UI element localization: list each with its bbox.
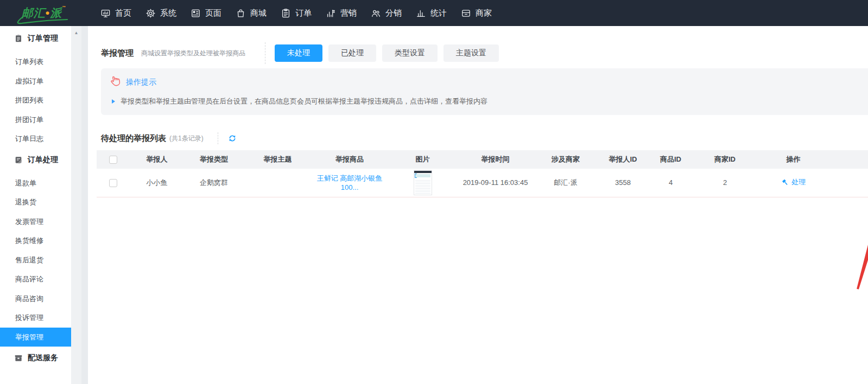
- nav-item-system[interactable]: 系统: [145, 8, 176, 18]
- tab-processed[interactable]: 已处理: [328, 44, 376, 62]
- sidebar-item-virtual-orders[interactable]: 虚拟订单: [0, 72, 71, 91]
- app-logo-text: 邮汇•派™: [22, 5, 66, 21]
- col-reporter-id: 举报人ID: [599, 150, 647, 169]
- nav-label: 订单: [295, 8, 312, 18]
- sidebar-item-aftersale-returns[interactable]: 售后退货: [0, 251, 71, 270]
- merchant-box-icon: [461, 8, 471, 18]
- sidebar-scrollbar[interactable]: ▲: [71, 26, 81, 384]
- row-select-checkbox[interactable]: [109, 179, 117, 187]
- nav-label: 首页: [115, 8, 131, 18]
- top-navigation-bar: 邮汇•派™ 首页 系统 页面 商城 订单 营销 分销: [0, 0, 868, 26]
- page-header: 举报管理 商城设置举报类型及处理被举报商品 未处理 已处理 类型设置 主题设置: [88, 26, 868, 65]
- tip-title-row: 操作提示: [109, 75, 868, 90]
- nav-label: 商家: [476, 8, 492, 18]
- sidebar-section-delivery-service: 配送服务: [0, 348, 71, 368]
- report-image-thumbnail[interactable]: [414, 170, 432, 195]
- col-report-topic: 举报主题: [243, 150, 312, 169]
- sidebar-item-exchange-repair[interactable]: 换货维修: [0, 231, 71, 251]
- bar-chart-icon: [416, 8, 426, 18]
- sidebar-item-product-comments[interactable]: 商品评论: [0, 270, 71, 289]
- main-content: 举报管理 商城设置举报类型及处理被举报商品 未处理 已处理 类型设置 主题设置 …: [88, 26, 868, 384]
- cell-product-id: 4: [647, 169, 694, 197]
- clipboard-icon: [14, 34, 23, 43]
- pointing-hand-icon: [109, 75, 122, 90]
- refresh-icon: [228, 134, 237, 143]
- col-reporter: 举报人: [129, 150, 185, 169]
- main-layout: 订单管理 订单列表 虚拟订单 拼团列表 拼团订单 订单日志 订单处理 退款单 退…: [0, 26, 868, 384]
- bag-icon: [236, 8, 246, 18]
- col-merchant-id: 商家ID: [694, 150, 756, 169]
- thumb-decoration: [414, 171, 432, 173]
- nav-item-mall[interactable]: 商城: [236, 8, 267, 18]
- col-report-time: 举报时间: [458, 150, 533, 169]
- sidebar-section-label: 配送服务: [28, 353, 58, 363]
- col-product-id: 商品ID: [647, 150, 694, 169]
- tab-unprocessed[interactable]: 未处理: [275, 44, 322, 62]
- scrollbar-up-arrow-icon[interactable]: ▲: [71, 30, 81, 35]
- cell-reported-product: 王鲜记 高邮湖小银鱼 100...: [312, 169, 387, 197]
- thumb-decoration: [415, 179, 430, 194]
- thumb-decoration: [415, 174, 430, 177]
- select-all-checkbox[interactable]: [109, 156, 117, 164]
- refresh-button[interactable]: [228, 134, 237, 143]
- sidebar-item-refund-orders[interactable]: 退款单: [0, 174, 71, 193]
- doc-edit-icon: [14, 156, 23, 164]
- nav-item-distribution[interactable]: 分销: [371, 8, 402, 18]
- logo-tm-mark: ™: [62, 5, 66, 9]
- nav-item-home[interactable]: 首页: [100, 8, 131, 18]
- operation-tip-panel: 操作提示 举报类型和举报主题由管理员在后台设置，在商品信息页会员可根据举报主题举…: [101, 68, 868, 115]
- triangle-bullet-icon: [112, 99, 115, 104]
- product-link[interactable]: 王鲜记 高邮湖小银鱼 100...: [317, 174, 383, 191]
- pages-icon: [191, 8, 201, 18]
- cell-report-type: 企鹅窝群: [185, 169, 243, 197]
- sidebar: 订单管理 订单列表 虚拟订单 拼团列表 拼团订单 订单日志 订单处理 退款单 退…: [0, 26, 71, 384]
- nav-item-pages[interactable]: 页面: [191, 8, 221, 18]
- cell-image: [387, 169, 458, 197]
- cell-report-topic: [243, 169, 312, 197]
- list-divider: [218, 132, 218, 144]
- col-image: 图片: [387, 150, 458, 169]
- gear-icon: [145, 8, 156, 18]
- tab-type-settings[interactable]: 类型设置: [382, 44, 438, 62]
- nav-label: 页面: [205, 8, 221, 18]
- nav-label: 商城: [250, 8, 267, 18]
- sidebar-item-order-list[interactable]: 订单列表: [0, 52, 71, 72]
- cell-merchant: 邮汇·派: [533, 169, 599, 197]
- nav-item-merchants[interactable]: 商家: [461, 8, 492, 18]
- nav-label: 营销: [340, 8, 357, 18]
- sidebar-item-report-management[interactable]: 举报管理: [0, 328, 71, 347]
- sidebar-section-order-management: 订单管理: [0, 28, 71, 49]
- nav-item-marketing[interactable]: 营销: [326, 8, 357, 18]
- package-icon: [14, 354, 23, 362]
- sidebar-items-group: 退款单 退换货 发票管理 换货维修 售后退货 商品评论 商品咨询 投诉管理 举报…: [0, 174, 71, 347]
- col-merchant: 涉及商家: [533, 150, 599, 169]
- tab-group: 未处理 已处理 类型设置 主题设置: [275, 44, 499, 62]
- red-annotation-arrow: [847, 189, 868, 295]
- table-row: 小小鱼 企鹅窝群 王鲜记 高邮湖小银鱼 100... 2019-09-11 16…: [97, 169, 868, 197]
- marketing-flag-icon: [326, 8, 336, 18]
- sidebar-item-group-orders[interactable]: 拼团订单: [0, 110, 71, 130]
- nav-item-orders[interactable]: 订单: [281, 8, 312, 18]
- header-divider: [265, 42, 265, 64]
- row-select-cell: [97, 169, 129, 197]
- layout-gap: [81, 26, 88, 384]
- sidebar-item-complaint-management[interactable]: 投诉管理: [0, 308, 71, 328]
- sidebar-section-order-processing: 订单处理: [0, 150, 71, 170]
- tab-topic-settings[interactable]: 主题设置: [443, 44, 499, 62]
- tip-text: 举报类型和举报主题由管理员在后台设置，在商品信息页会员可根据举报主题举报违规商品…: [121, 97, 487, 106]
- page-subtitle: 商城设置举报类型及处理被举报商品: [141, 49, 245, 58]
- nav-item-statistics[interactable]: 统计: [416, 8, 447, 18]
- sidebar-section-label: 订单管理: [28, 34, 58, 43]
- nav-label: 系统: [160, 8, 176, 18]
- process-action-link[interactable]: 处理: [791, 177, 806, 187]
- report-list-header: 待处理的举报列表 (共1条记录): [101, 131, 868, 145]
- cell-merchant-id: 2: [694, 169, 756, 197]
- col-report-type: 举报类型: [185, 150, 243, 169]
- sidebar-item-invoice-management[interactable]: 发票管理: [0, 212, 71, 232]
- sidebar-item-order-log[interactable]: 订单日志: [0, 129, 71, 149]
- sidebar-item-returns-exchanges[interactable]: 退换货: [0, 193, 71, 212]
- sidebar-item-product-inquiries[interactable]: 商品咨询: [0, 289, 71, 309]
- report-list-count: (共1条记录): [169, 134, 204, 143]
- tip-title: 操作提示: [126, 78, 156, 87]
- sidebar-item-group-list[interactable]: 拼团列表: [0, 91, 71, 110]
